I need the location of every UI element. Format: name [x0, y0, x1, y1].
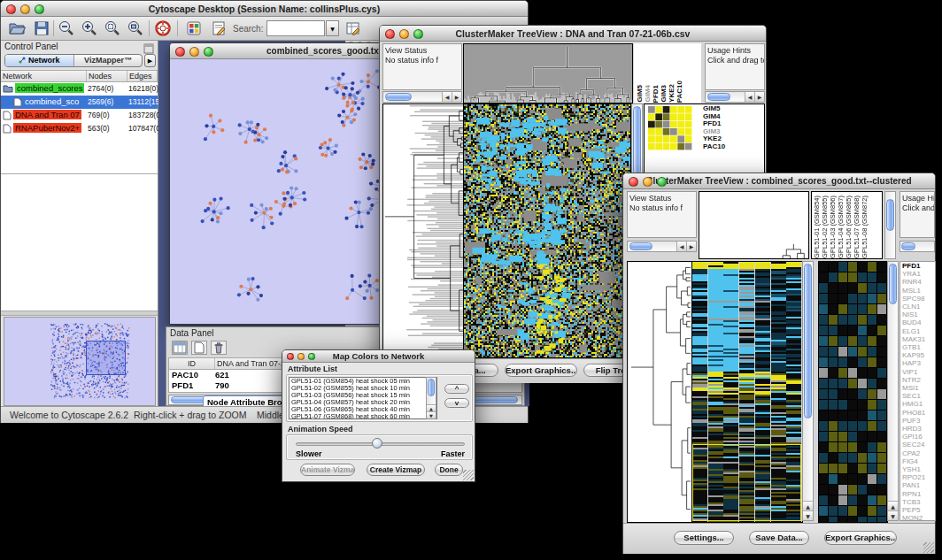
- gene-label-14[interactable]: NTR2: [902, 376, 935, 384]
- heatmap-canvas[interactable]: [463, 104, 631, 358]
- gene-label-11[interactable]: KAP95: [902, 351, 935, 359]
- open-session-icon[interactable]: [8, 19, 26, 37]
- gene-label-18[interactable]: PHO81: [902, 409, 935, 417]
- close-icon[interactable]: [629, 177, 638, 187]
- tv2-col-label-6[interactable]: GPL51-08 (GSM872): [861, 196, 869, 258]
- network-row-combined-scores[interactable]: combined_scores 2764(0) 16218(0): [1, 82, 158, 96]
- attribute-editor-icon[interactable]: [344, 19, 362, 37]
- gene-label-20[interactable]: HRD3: [902, 425, 935, 433]
- annotation-icon[interactable]: [210, 19, 228, 37]
- gene-label-23[interactable]: CPA2: [902, 449, 935, 457]
- close-icon[interactable]: [385, 29, 395, 39]
- tv2-col-label-1[interactable]: GPL51-02 (GSM855): [821, 196, 829, 258]
- gene-label-13[interactable]: VIP1: [902, 368, 935, 376]
- maximize-icon[interactable]: [657, 177, 667, 187]
- gene-label-26[interactable]: RPO21: [902, 473, 935, 481]
- view-status-hscrollbar[interactable]: ◀ ▶: [382, 91, 462, 103]
- col-labels-scrollbar[interactable]: [884, 191, 896, 259]
- gene-label-0[interactable]: PFD1: [902, 262, 935, 270]
- attribute-item-5[interactable]: GPL51-07 (GSM868) heat shock 60 min: [290, 413, 436, 419]
- gene-label-6[interactable]: NIS1: [902, 311, 935, 318]
- gene-label-3[interactable]: MSL1: [902, 287, 935, 295]
- gene-label-31[interactable]: MON2: [902, 514, 935, 521]
- treeview2-titlebar[interactable]: ClusterMaker TreeView : combined_scores_…: [623, 173, 935, 189]
- usage-hints-hscrollbar[interactable]: ◀ ▶: [705, 91, 765, 103]
- zoom-v-scrollbar[interactable]: ▲ ▼: [887, 261, 899, 521]
- tv1-col-label-2[interactable]: PFD1: [652, 85, 660, 103]
- move-down-button[interactable]: v: [444, 398, 469, 408]
- gene-label-5[interactable]: CLN1: [902, 303, 935, 311]
- gene-label-4[interactable]: SPC98: [902, 295, 935, 303]
- close-icon[interactable]: [287, 353, 294, 360]
- tv1-col-label-1[interactable]: GIM4: [644, 85, 652, 103]
- tv2-col-label-5[interactable]: GPL51-07 (GSM868): [853, 196, 861, 258]
- column-dendrogram[interactable]: [463, 43, 633, 104]
- main-titlebar[interactable]: Cytoscape Desktop (Session Name: collins…: [1, 1, 528, 17]
- resize-grip[interactable]: [923, 542, 934, 553]
- col-nodes[interactable]: Nodes: [87, 71, 127, 81]
- treeview1-titlebar[interactable]: ClusterMaker TreeView : DNA and Tran 07-…: [380, 26, 766, 42]
- move-up-button[interactable]: ^: [444, 384, 469, 394]
- network-row-dna-and-tran[interactable]: DNA and Tran 07 769(0) 183728(0): [1, 109, 158, 122]
- minimize-icon[interactable]: [643, 177, 652, 187]
- tab-network[interactable]: Network: [5, 55, 74, 66]
- resize-grip[interactable]: [463, 470, 474, 480]
- tv2-col-label-4[interactable]: GPL51-06 (GSM865): [845, 196, 853, 258]
- tv1-col-label-0[interactable]: GIM5: [636, 85, 644, 103]
- zoom-fit-icon[interactable]: [127, 19, 144, 37]
- gene-label-10[interactable]: GTB1: [902, 343, 935, 351]
- gene-label-27[interactable]: PAN1: [902, 481, 935, 489]
- heatmap-canvas[interactable]: [691, 261, 803, 523]
- col-edges[interactable]: Edges: [127, 71, 158, 81]
- speed-slider-thumb[interactable]: [372, 438, 382, 449]
- gene-label-24[interactable]: FIG4: [902, 457, 935, 465]
- gene-label-2[interactable]: RNR4: [902, 278, 935, 286]
- tv2-col-label-3[interactable]: GPL51-04 (GSM857): [837, 196, 845, 258]
- gene-label-12[interactable]: HAP3: [902, 359, 935, 367]
- dialog-titlebar[interactable]: Map Colors to Network: [282, 350, 475, 363]
- settings-button[interactable]: Settings...: [674, 531, 734, 545]
- usage-hints-hscrollbar[interactable]: [900, 241, 935, 252]
- animate-vizmap-button[interactable]: Animate Vizmap: [300, 464, 355, 476]
- delete-attribute-trash-icon[interactable]: [211, 341, 227, 355]
- minimize-icon[interactable]: [189, 47, 199, 57]
- vizmapper-icon[interactable]: [185, 19, 203, 37]
- help-lifesaver-icon[interactable]: [154, 19, 172, 37]
- maximize-icon[interactable]: [35, 4, 44, 14]
- network-row-combined-sco-selected[interactable]: combined_sco 2569(6) 13112(15): [1, 96, 158, 109]
- gene-label-30[interactable]: PEP5: [902, 506, 935, 514]
- zoom-out-icon[interactable]: [58, 19, 75, 37]
- minimize-icon[interactable]: [20, 4, 30, 14]
- network-row-rnapubernov2[interactable]: RNAPuberNov2+ 563(0) 107847(0): [1, 122, 158, 135]
- gene-label-15[interactable]: MSI1: [902, 384, 935, 392]
- create-vizmap-button[interactable]: Create Vizmap: [367, 464, 425, 476]
- gene-label-8[interactable]: ELG1: [902, 327, 935, 335]
- close-icon[interactable]: [6, 4, 16, 14]
- zoom-heatmap[interactable]: [818, 261, 888, 523]
- tv1-row-label-5[interactable]: PAC10: [703, 143, 725, 151]
- close-icon[interactable]: [175, 47, 185, 57]
- search-input[interactable]: [266, 20, 325, 36]
- panel-splitter[interactable]: [1, 311, 158, 316]
- minimize-icon[interactable]: [297, 353, 305, 360]
- tab-vizmapper[interactable]: VizMapper™: [74, 55, 142, 66]
- maximize-icon[interactable]: [204, 47, 213, 57]
- gene-list[interactable]: PFD1YRA1RNR4MSL1SPC98CLN1NIS1BUD4ELG1MAK…: [900, 261, 936, 521]
- tv2-col-label-0[interactable]: GPL51-01 (GSM854): [813, 196, 821, 258]
- row-dendrogram[interactable]: [382, 104, 464, 358]
- gene-label-1[interactable]: YRA1: [902, 270, 935, 278]
- attribute-list-scrollbar[interactable]: ▲ ▼: [426, 377, 436, 419]
- gene-label-17[interactable]: HMG1: [902, 400, 935, 408]
- attribute-list[interactable]: GPL51-01 (GSM854) heat shock 05 minGPL51…: [289, 377, 437, 419]
- col-id[interactable]: ID: [169, 358, 215, 369]
- export-graphics-button[interactable]: Export Graphics...: [824, 531, 897, 545]
- gene-label-22[interactable]: SEC24: [902, 441, 935, 449]
- gene-label-21[interactable]: GPI16: [902, 433, 935, 441]
- tv1-col-label-3[interactable]: GIM3: [660, 85, 668, 103]
- done-button[interactable]: Done: [435, 464, 463, 476]
- zoom-heatmap[interactable]: [648, 106, 692, 150]
- tv1-col-label-5[interactable]: PAC10: [676, 81, 683, 103]
- gene-label-28[interactable]: RPN1: [902, 490, 935, 498]
- tv1-col-label-4[interactable]: YKE2: [668, 84, 676, 103]
- gene-label-9[interactable]: MAK31: [902, 335, 935, 343]
